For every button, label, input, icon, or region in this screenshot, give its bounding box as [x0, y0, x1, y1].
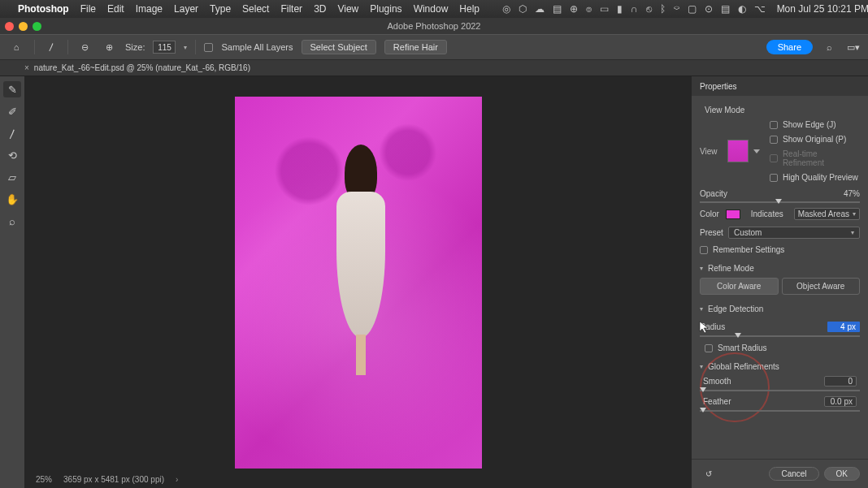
- opacity-value[interactable]: 47%: [844, 189, 860, 198]
- panel-footer: ↺ Cancel OK: [692, 459, 868, 488]
- smooth-slider[interactable]: [700, 390, 860, 391]
- smooth-value-input[interactable]: 0: [824, 376, 857, 387]
- status-icon[interactable]: ▭: [600, 3, 609, 15]
- brush-tool-icon[interactable]: 〳: [3, 125, 21, 141]
- share-button[interactable]: Share: [766, 40, 813, 54]
- menubar-status-icons: ◎ ⬡ ☁ ▤ ⊕ ⌾ ▭ ▮ ∩ ⎋ ᛒ ⌔ ▢ ⊙ ▤ ◐ ⌥: [502, 3, 766, 15]
- brush-size-input[interactable]: 115: [153, 41, 176, 54]
- overlay-color-swatch[interactable]: [726, 209, 740, 219]
- reset-icon[interactable]: ↺: [700, 465, 718, 483]
- brush-plus-icon[interactable]: ⊕: [101, 40, 117, 54]
- menu-help[interactable]: Help: [459, 3, 480, 15]
- info-chevron-icon[interactable]: ›: [176, 475, 178, 484]
- status-icon[interactable]: ⌾: [586, 3, 592, 15]
- control-center-icon[interactable]: ⌥: [754, 3, 766, 15]
- view-label: View: [700, 147, 723, 156]
- smart-radius-checkbox[interactable]: [705, 344, 713, 352]
- remember-settings-label: Remember Settings: [713, 245, 784, 254]
- status-icon[interactable]: ⎋: [646, 3, 652, 15]
- quick-select-brush-tool-icon[interactable]: ✎: [3, 81, 21, 97]
- indicates-dropdown[interactable]: Masked Areas▾: [794, 208, 860, 220]
- status-icon[interactable]: ∩: [631, 3, 638, 15]
- sample-all-layers-label: Sample All Layers: [221, 42, 293, 52]
- close-window-button[interactable]: [5, 22, 14, 31]
- status-icon[interactable]: ◐: [738, 3, 746, 15]
- refine-edge-brush-tool-icon[interactable]: ✐: [3, 103, 21, 119]
- document-dimensions: 3659 px x 5481 px (300 ppi): [63, 475, 164, 484]
- menu-window[interactable]: Window: [414, 3, 449, 15]
- view-dropdown-icon[interactable]: [753, 149, 760, 153]
- menu-type[interactable]: Type: [210, 3, 231, 15]
- view-mode-header: View Mode: [700, 106, 860, 114]
- size-dropdown-icon[interactable]: ▾: [184, 44, 187, 51]
- status-icon[interactable]: ⬡: [519, 3, 527, 15]
- document-image: [235, 97, 482, 469]
- canvas-area[interactable]: 25% 3659 px x 5481 px (300 ppi) ›: [24, 76, 692, 488]
- menu-edit[interactable]: Edit: [107, 3, 124, 15]
- properties-panel: Properties View Mode View Show Edge (J) …: [692, 76, 868, 488]
- sample-all-layers-checkbox[interactable]: [204, 43, 213, 52]
- menubar-date[interactable]: Mon Jul 25 10:21 PM: [777, 3, 868, 15]
- zoom-tool-icon[interactable]: ⌕: [3, 213, 21, 229]
- menu-view[interactable]: View: [337, 3, 358, 15]
- menu-plugins[interactable]: Plugins: [370, 3, 401, 15]
- status-icon[interactable]: ⊕: [570, 3, 578, 15]
- opacity-slider[interactable]: [700, 201, 860, 203]
- bluetooth-icon[interactable]: ᛒ: [660, 3, 666, 15]
- show-edge-checkbox[interactable]: [770, 121, 778, 129]
- workspace-switcher-icon[interactable]: ▭▾: [845, 39, 861, 55]
- wifi-icon[interactable]: ⌔: [674, 3, 679, 15]
- show-original-checkbox[interactable]: [770, 136, 778, 144]
- menu-image[interactable]: Image: [136, 3, 163, 15]
- bookmark-icon[interactable]: ▮: [617, 3, 623, 15]
- select-subject-button[interactable]: Select Subject: [302, 40, 376, 54]
- preset-dropdown[interactable]: Custom▾: [728, 227, 860, 239]
- battery-icon[interactable]: ▢: [688, 3, 697, 15]
- menu-select[interactable]: Select: [242, 3, 269, 15]
- feather-label: Feather: [703, 397, 731, 406]
- search-icon[interactable]: ⌕: [821, 39, 837, 55]
- status-icon[interactable]: ☁: [535, 3, 545, 15]
- object-aware-button[interactable]: Object Aware: [782, 278, 861, 295]
- menu-file[interactable]: File: [80, 3, 96, 15]
- minimize-window-button[interactable]: [19, 22, 28, 31]
- feather-slider[interactable]: [700, 410, 860, 412]
- brush-tool-icon[interactable]: 〳: [43, 40, 59, 54]
- polygon-lasso-tool-icon[interactable]: ▱: [3, 169, 21, 185]
- menu-3d[interactable]: 3D: [314, 3, 326, 15]
- show-original-label: Show Original (P): [783, 135, 846, 144]
- close-tab-icon[interactable]: ×: [24, 63, 29, 72]
- app-name[interactable]: Photoshop: [18, 3, 69, 15]
- menu-filter[interactable]: Filter: [280, 3, 302, 15]
- brush-minus-icon[interactable]: ⊖: [76, 40, 93, 54]
- ok-button[interactable]: OK: [824, 467, 860, 481]
- status-icon[interactable]: ⊙: [705, 3, 713, 15]
- global-refinements-header[interactable]: ▾Global Refinements: [700, 362, 860, 371]
- maximize-window-button[interactable]: [33, 22, 41, 31]
- cancel-button[interactable]: Cancel: [769, 467, 818, 481]
- zoom-level[interactable]: 25%: [36, 475, 52, 484]
- remember-settings-checkbox[interactable]: [700, 246, 708, 254]
- panel-title[interactable]: Properties: [692, 76, 868, 96]
- hand-tool-icon[interactable]: ✋: [3, 191, 21, 207]
- opacity-label: Opacity: [700, 189, 727, 198]
- realtime-checkbox: [770, 154, 778, 162]
- radius-slider[interactable]: [700, 335, 860, 337]
- home-icon[interactable]: ⌂: [7, 40, 26, 54]
- status-icon[interactable]: ◎: [502, 3, 510, 15]
- status-icon[interactable]: ▤: [721, 3, 730, 15]
- color-aware-button[interactable]: Color Aware: [700, 278, 779, 295]
- menu-layer[interactable]: Layer: [174, 3, 198, 15]
- view-thumbnail[interactable]: [727, 140, 749, 162]
- hq-preview-checkbox[interactable]: [770, 174, 778, 182]
- refine-mode-header[interactable]: ▾Refine Mode: [700, 264, 860, 273]
- status-icon[interactable]: ▤: [553, 3, 562, 15]
- edge-detection-header[interactable]: ▾Edge Detection: [700, 304, 860, 313]
- window-titlebar: Adobe Photoshop 2022: [0, 18, 868, 34]
- radius-value-input[interactable]: 4 px: [827, 322, 860, 332]
- preset-label: Preset: [700, 228, 723, 237]
- feather-value-input[interactable]: 0.0 px: [824, 396, 857, 407]
- refine-hair-button[interactable]: Refine Hair: [384, 40, 447, 54]
- document-tab-title[interactable]: nature_Kat_-66~Edit.psd @ 25% (nature_Ka…: [34, 63, 250, 72]
- lasso-tool-icon[interactable]: ⟲: [3, 147, 21, 163]
